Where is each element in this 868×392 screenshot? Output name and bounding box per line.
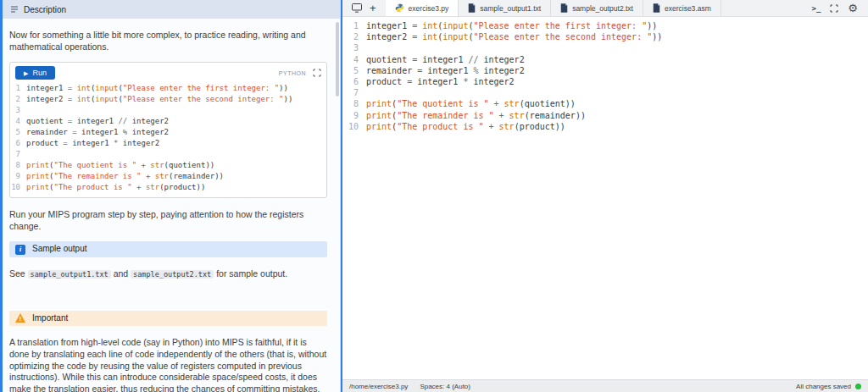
inline-code: sample_output1.txt [28, 270, 111, 279]
important-callout: Important [9, 311, 327, 327]
code-line: 1integer1 = int(input("Please enter the … [342, 20, 868, 31]
line-number: 3 [342, 42, 366, 53]
tab-list: exercise3.pysample_output1.txtsample_out… [386, 0, 721, 16]
tab-label: exercise3.py [409, 4, 449, 13]
code-line: 9print("The remainder is " + str(remaind… [342, 110, 868, 121]
text-fragment: and [111, 268, 131, 279]
tab-label: sample_output2.txt [572, 4, 633, 13]
description-icon [10, 5, 19, 14]
code-line: 2integer2 = int(input("Please enter the … [342, 31, 868, 42]
editor-tab-exercise3-py[interactable]: exercise3.py [386, 0, 459, 16]
code-line: 6product = integer1 * integer2 [342, 76, 868, 87]
info-icon: i [15, 245, 25, 255]
new-file-button[interactable]: + [370, 3, 376, 14]
line-number: 9 [342, 110, 366, 121]
run-label: Run [32, 69, 47, 77]
play-icon: ▶ [24, 70, 28, 76]
terminal-icon[interactable]: >_ [812, 4, 821, 13]
code-line: 4quotient = integer1 // integer2 [10, 116, 326, 127]
editor-tabbar: + exercise3.pysample_output1.txtsample_o… [342, 0, 868, 17]
sample-output-callout: i Sample output [9, 241, 327, 257]
code-line: 2integer2 = int(input("Please enter the … [10, 94, 326, 105]
file-path: /home/exercise3.py [349, 383, 408, 390]
line-number: 2 [10, 94, 26, 105]
code-line: 1integer1 = int(input("Please enter the … [10, 83, 326, 94]
line-number: 8 [342, 98, 366, 109]
code-toolbar: ▶ Run PYTHON [10, 63, 326, 81]
fullscreen-icon[interactable] [830, 4, 838, 13]
python-code-block: ▶ Run PYTHON 1integer1 = int(input("Plea… [9, 62, 327, 198]
description-code-sample: 1integer1 = int(input("Please enter the … [10, 81, 326, 197]
tab-label: sample_output1.txt [480, 4, 541, 13]
monitor-icon[interactable] [352, 3, 362, 13]
code-line: 9print("The remainder is " + str(remaind… [10, 171, 326, 182]
intro-paragraph: Now for something a little bit more comp… [9, 30, 327, 52]
line-number: 9 [10, 171, 26, 182]
status-bar: /home/exercise3.py Spaces: 4 (Auto) All … [342, 379, 868, 392]
code-line: 5remainder = integer1 % integer2 [10, 127, 326, 138]
panel-title: Description [24, 5, 66, 14]
see-samples-paragraph: See sample_output1.txt and sample_output… [9, 268, 327, 280]
file-icon [560, 3, 568, 13]
file-icon [468, 3, 476, 13]
file-icon [653, 3, 660, 13]
code-line: 10print("The product is " + str(product)… [342, 121, 868, 132]
line-number: 6 [342, 76, 366, 87]
editor-tab-sample-output1-txt[interactable]: sample_output1.txt [459, 0, 551, 16]
code-line: 7 [10, 149, 326, 160]
warning-label: Important [32, 313, 68, 324]
code-line: 7 [342, 87, 868, 98]
line-number: 4 [342, 54, 366, 65]
settings-gear-icon[interactable]: ⚙ [848, 3, 858, 14]
code-line: 5remainder = integer1 % integer2 [342, 65, 868, 76]
info-label: Sample output [32, 244, 87, 255]
mips-paragraph: Run your MIPS program step by step, payi… [9, 209, 327, 232]
code-line: 8print("The quotient is " + str(quotient… [342, 98, 868, 109]
code-line: 4quotient = integer1 // integer2 [342, 54, 868, 65]
saved-indicator-dot [855, 384, 861, 389]
inline-code: sample_output2.txt [131, 270, 214, 279]
description-header: Description [3, 0, 340, 19]
code-line: 10print("The product is " + str(product)… [10, 182, 326, 193]
workspace: Description Now for something a little b… [0, 0, 868, 392]
editor-tab-exercise3-asm[interactable]: exercise3.asm [643, 0, 721, 16]
line-number: 5 [10, 127, 26, 138]
language-label: PYTHON [279, 69, 306, 77]
code-line: 3 [342, 42, 868, 53]
line-number: 1 [10, 83, 26, 94]
code-line: 8print("The quotient is " + str(quotient… [10, 160, 326, 171]
line-number: 4 [10, 116, 26, 127]
indentation-setting[interactable]: Spaces: 4 (Auto) [420, 383, 470, 390]
line-number: 10 [342, 121, 366, 132]
line-number: 5 [342, 65, 366, 76]
text-fragment: for sample output. [214, 268, 287, 279]
expand-code-icon[interactable] [313, 69, 321, 77]
line-number: 1 [342, 20, 366, 31]
description-panel: Description Now for something a little b… [3, 0, 341, 392]
code-editor[interactable]: 1integer1 = int(input("Please enter the … [342, 17, 868, 379]
warning-icon [15, 313, 25, 323]
line-number: 6 [10, 138, 26, 149]
line-number: 10 [10, 182, 26, 193]
save-status: All changes saved [796, 383, 851, 390]
line-number: 8 [10, 160, 26, 171]
line-number: 7 [10, 149, 26, 160]
tab-label: exercise3.asm [665, 4, 711, 13]
editor-panel: + exercise3.pysample_output1.txtsample_o… [341, 0, 868, 392]
text-fragment: See [9, 268, 28, 279]
left-scrollbar-thumb[interactable] [336, 22, 339, 97]
line-number: 7 [342, 87, 366, 98]
line-number: 3 [10, 105, 26, 116]
line-number: 2 [342, 31, 366, 42]
code-line: 3 [10, 105, 326, 116]
editor-tab-sample-output2-txt[interactable]: sample_output2.txt [551, 0, 643, 16]
run-button[interactable]: ▶ Run [15, 66, 55, 80]
code-line: 6product = integer1 * integer2 [10, 138, 326, 149]
python-icon [395, 3, 404, 13]
translation-paragraph: A translation from high-level code (say … [9, 337, 327, 392]
description-body: Now for something a little bit more comp… [3, 19, 340, 392]
